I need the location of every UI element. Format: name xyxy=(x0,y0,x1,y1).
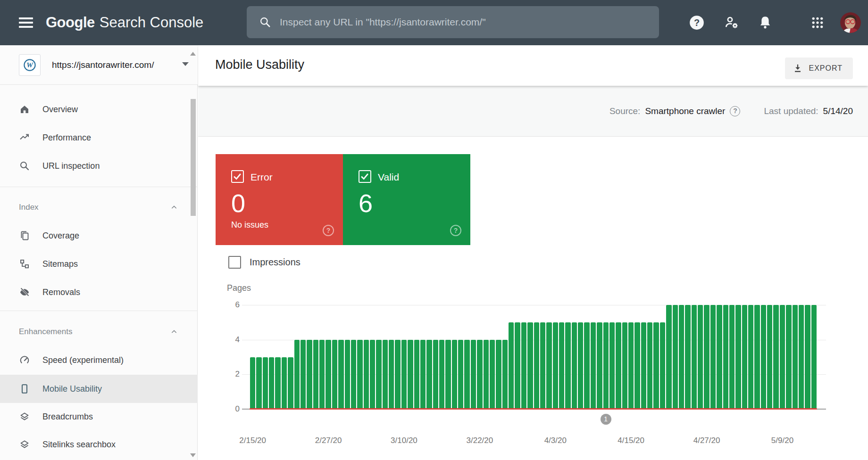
home-icon xyxy=(19,104,30,115)
sidebar-item-sitelinks-searchbox[interactable]: Sitelinks searchbox xyxy=(0,430,198,459)
sidebar-item-sitemaps[interactable]: Sitemaps xyxy=(0,250,198,278)
sidebar-item-speed[interactable]: Speed (experimental) xyxy=(0,346,198,374)
valid-pages-bar xyxy=(338,340,343,409)
scrollbar-down-arrow-icon[interactable] xyxy=(190,453,196,457)
source-label: Source: xyxy=(609,106,640,116)
valid-pages-bar xyxy=(729,305,734,409)
valid-pages-bar xyxy=(420,340,426,409)
valid-pages-bar xyxy=(426,340,432,409)
main-content: Mobile Usability EXPORT Source: Smartpho… xyxy=(198,45,868,460)
sidebar-item-overview[interactable]: Overview xyxy=(0,95,198,123)
annotation-marker[interactable]: 1 xyxy=(601,414,611,425)
valid-pages-bar xyxy=(634,322,640,409)
divider xyxy=(0,187,198,187)
valid-pages-bar xyxy=(754,305,760,409)
error-zero-line xyxy=(250,408,817,410)
sidebar-item-performance[interactable]: Performance xyxy=(0,123,198,152)
valid-pages-bar xyxy=(464,340,469,409)
download-icon xyxy=(793,63,803,74)
avatar[interactable] xyxy=(840,12,861,33)
valid-pages-bar xyxy=(376,340,381,409)
valid-pages-bar xyxy=(307,340,312,409)
user-settings-icon[interactable] xyxy=(721,12,742,33)
valid-pages-bar xyxy=(326,340,331,409)
valid-pages-bar xyxy=(799,305,804,409)
valid-pages-bar xyxy=(294,340,300,409)
x-tick-label: 3/22/20 xyxy=(459,436,501,445)
sidebar-item-removals[interactable]: Removals xyxy=(0,278,198,306)
valid-pages-bar xyxy=(439,340,444,409)
valid-pages-bar xyxy=(521,322,526,409)
valid-pages-bar xyxy=(603,322,609,409)
sidebar-item-breadcrumbs[interactable]: Breadcrumbs xyxy=(0,402,198,431)
last-updated-label: Last updated: xyxy=(764,106,818,116)
sidebar-item-coverage[interactable]: Coverage xyxy=(0,222,198,250)
valid-pages-bar xyxy=(300,340,306,409)
valid-pages-bar xyxy=(748,305,753,409)
valid-pages-bar xyxy=(742,305,747,409)
valid-pages-bar xyxy=(578,322,583,409)
valid-pages-bar xyxy=(692,305,697,409)
wordpress-icon: W xyxy=(19,54,41,76)
scrollbar-up-arrow-icon[interactable] xyxy=(190,52,196,56)
valid-pages-bar xyxy=(445,340,451,409)
help-outline-icon[interactable]: ? xyxy=(730,106,740,116)
svg-text:W: W xyxy=(26,61,33,69)
valid-pages-bar xyxy=(597,322,602,409)
valid-pages-bar xyxy=(559,322,564,409)
valid-pages-bar xyxy=(351,340,356,409)
valid-pages-bar xyxy=(641,322,646,409)
valid-pages-bar xyxy=(786,305,791,409)
pages-bar-chart: Pages 02462/15/202/27/203/10/203/22/204/… xyxy=(198,137,868,460)
valid-pages-bar xyxy=(591,322,596,409)
valid-pages-bar xyxy=(704,305,709,409)
search-icon xyxy=(259,16,271,28)
valid-pages-bar xyxy=(717,305,722,409)
y-axis-title: Pages xyxy=(227,283,251,293)
valid-pages-bar xyxy=(370,340,375,409)
valid-pages-bar xyxy=(263,357,268,409)
property-selector[interactable]: W https://jsantorawriter.com/ xyxy=(0,45,198,85)
section-enhancements[interactable]: Enhancements xyxy=(0,321,198,342)
valid-pages-bar xyxy=(584,322,589,409)
source-value: Smartphone crawler xyxy=(645,106,725,116)
valid-pages-bar xyxy=(250,357,255,409)
y-tick-label: 2 xyxy=(221,369,240,379)
valid-pages-bar xyxy=(389,340,394,409)
sitemap-icon xyxy=(19,258,30,270)
valid-pages-bar xyxy=(553,322,558,409)
valid-pages-bar xyxy=(723,305,728,409)
section-index[interactable]: Index xyxy=(0,197,198,218)
search-icon xyxy=(19,160,30,172)
valid-pages-bar xyxy=(572,322,577,409)
valid-pages-bar xyxy=(282,357,287,409)
apps-grid-icon[interactable] xyxy=(807,12,828,33)
mobile-icon xyxy=(19,383,30,394)
valid-pages-bar xyxy=(780,305,785,409)
valid-pages-bar xyxy=(660,322,665,409)
valid-pages-bar xyxy=(345,340,350,409)
layers-icon xyxy=(19,411,30,422)
valid-pages-bar xyxy=(793,305,798,409)
valid-pages-bar xyxy=(269,357,274,409)
valid-pages-bar xyxy=(275,357,280,409)
search-input[interactable] xyxy=(280,16,659,28)
scrollbar-thumb[interactable] xyxy=(191,99,196,216)
x-tick-label: 2/15/20 xyxy=(232,436,274,445)
valid-pages-bar xyxy=(546,322,551,409)
help-icon[interactable]: ? xyxy=(686,12,707,33)
sidebar-item-mobile-usability[interactable]: Mobile Usability xyxy=(0,375,198,403)
topbar: Google Search Console ? xyxy=(0,0,868,45)
sidebar: W https://jsantorawriter.com/ Overview P… xyxy=(0,45,198,460)
notifications-bell-icon[interactable] xyxy=(755,12,776,33)
valid-pages-bar xyxy=(565,322,570,409)
sidebar-item-url-inspection[interactable]: URL inspection xyxy=(0,152,198,180)
valid-pages-bar xyxy=(515,322,520,409)
valid-pages-bar xyxy=(496,340,501,409)
valid-pages-bar xyxy=(622,322,627,409)
logo-google: Google xyxy=(46,14,95,31)
menu-icon[interactable] xyxy=(17,14,35,31)
valid-pages-bar xyxy=(313,340,318,409)
x-tick-label: 4/27/20 xyxy=(685,436,728,445)
export-button[interactable]: EXPORT xyxy=(785,58,853,79)
